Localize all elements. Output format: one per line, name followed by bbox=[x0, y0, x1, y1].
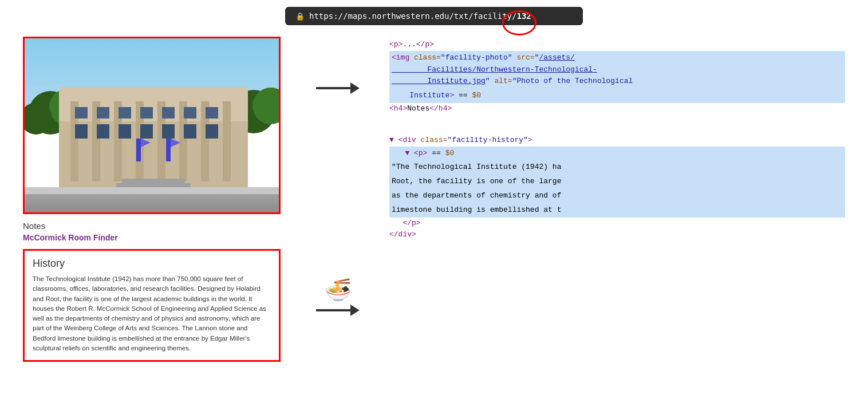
code-p-close: </p> bbox=[389, 218, 845, 230]
history-text-content: The Technological Institute (1942) has m… bbox=[33, 275, 266, 351]
url-bar[interactable]: 🔒 https://maps.northwestern.edu/txt/faci… bbox=[285, 7, 583, 25]
code-block-top: <p>...</p> <img class="facility-photo" s… bbox=[389, 37, 845, 117]
arrow-body-bottom bbox=[316, 309, 350, 311]
url-domain: maps.northwestern.edu/txt/facility/ bbox=[348, 11, 516, 21]
building-image bbox=[25, 38, 281, 214]
code-img-selected: <img class="facility-photo" src="/assets… bbox=[389, 51, 845, 89]
history-text: The Technological Institute (1942) has m… bbox=[33, 274, 271, 353]
soup-icon: 🍜 bbox=[325, 277, 352, 302]
top-arrow bbox=[316, 82, 360, 94]
arrow-head-top bbox=[350, 82, 360, 94]
main-content: Notes McCormick Room Finder History The … bbox=[0, 31, 868, 368]
url-bar-container: 🔒 https://maps.northwestern.edu/txt/faci… bbox=[0, 0, 868, 31]
code-div-close: </div> bbox=[389, 229, 845, 241]
code-block-bottom: ▼ <div class="facility-history"> ▼ <p> =… bbox=[389, 135, 845, 241]
left-panel: Notes McCormick Room Finder History The … bbox=[23, 37, 286, 362]
url-text: https://maps.northwestern.edu/txt/facili… bbox=[309, 11, 531, 21]
arrow-body-top bbox=[316, 87, 350, 89]
notes-label: Notes bbox=[23, 221, 286, 231]
code-p-selected: ▼ <p> == $0 bbox=[389, 147, 845, 161]
code-div-open: ▼ <div class="facility-history"> bbox=[389, 135, 845, 147]
code-text-1: "The Technological Institute (1942) ha bbox=[389, 160, 845, 175]
code-text-3: as the departments of chemistry and of bbox=[389, 189, 845, 203]
lock-icon: 🔒 bbox=[295, 12, 305, 21]
code-h4-line: <h4>Notes</h4> bbox=[389, 103, 845, 115]
soup-arrow-group: 🍜 bbox=[316, 277, 360, 316]
right-panel: <p>...</p> <img class="facility-photo" s… bbox=[389, 37, 845, 362]
code-text-4: limestone building is embellished at t bbox=[389, 203, 845, 218]
code-text-2: Root, the facility is one of the large bbox=[389, 175, 845, 189]
arrow-head-bottom bbox=[350, 305, 360, 316]
history-box: History The Technological Institute (194… bbox=[23, 249, 281, 362]
arrows-column: 🍜 bbox=[309, 37, 366, 362]
bottom-arrow bbox=[316, 305, 360, 316]
building-image-wrapper bbox=[23, 37, 281, 214]
url-protocol: https:// bbox=[309, 11, 348, 21]
history-title: History bbox=[33, 258, 271, 270]
code-img-selected-2: Institute> == $0 bbox=[389, 89, 845, 103]
url-path-number: 132 bbox=[516, 11, 531, 21]
mccormick-link[interactable]: McCormick Room Finder bbox=[23, 233, 286, 242]
code-line-partial: <p>...</p> bbox=[389, 39, 845, 51]
